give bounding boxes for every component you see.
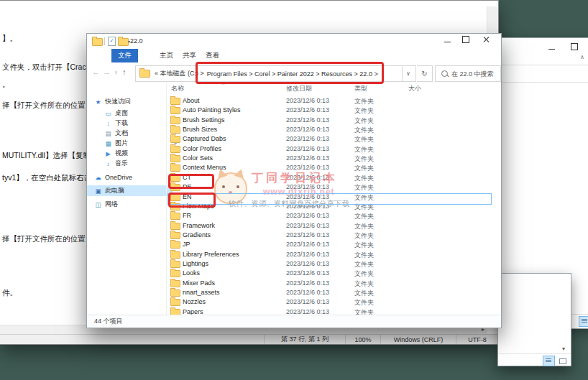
file-row-Color Profiles[interactable]: Color Profiles2023/12/6 0:13文件夹 <box>167 144 501 154</box>
file-row-Nozzles[interactable]: Nozzles2023/12/6 0:13文件夹 <box>167 297 501 307</box>
file-date: 2023/12/6 0:13 <box>286 269 329 277</box>
folder-icon <box>170 146 180 153</box>
folder-icon <box>170 126 180 134</box>
file-date: 2023/12/6 0:13 <box>286 183 329 190</box>
maximize-button[interactable] <box>458 34 474 45</box>
file-row-Color Sets[interactable]: Color Sets2023/12/6 0:13文件夹 <box>167 154 501 163</box>
folder-icon <box>170 164 180 172</box>
tab-file[interactable]: 文件 <box>111 49 138 62</box>
item-count: 44 个项目 <box>94 317 123 326</box>
explorer-status-bar: 44 个项目 <box>87 315 501 328</box>
pc-icon: ▣ <box>94 187 102 195</box>
file-name[interactable]: About <box>183 97 200 104</box>
file-row-About[interactable]: About2023/12/6 0:13文件夹 <box>167 96 501 106</box>
file-row-Mixer Pads[interactable]: Mixer Pads2023/12/6 0:13文件夹 <box>167 279 501 288</box>
file-name[interactable]: Looks <box>183 269 200 277</box>
column-header-date[interactable]: 修改日期 <box>286 84 312 93</box>
file-row-nnart_assets[interactable]: nnart_assets2023/12/6 0:13文件夹 <box>167 288 501 297</box>
file-name[interactable]: Captured Dabs <box>183 135 226 142</box>
tab-view[interactable]: 查看 <box>199 49 226 62</box>
file-type: 文件夹 <box>354 260 374 269</box>
file-row-DE[interactable]: DE2023/12/6 0:13文件夹 <box>167 182 501 192</box>
file-name[interactable]: Nozzles <box>183 298 206 305</box>
scroll-down-icon[interactable]: ▾ <box>562 346 565 352</box>
file-name[interactable]: Context Menus <box>183 164 226 171</box>
file-type: 文件夹 <box>354 154 374 164</box>
maximize-button[interactable] <box>566 42 582 52</box>
file-row-Library Preferences[interactable]: Library Preferences2023/12/6 0:13文件夹 <box>167 250 501 259</box>
file-row-FR[interactable]: FR2023/12/6 0:13文件夹 <box>167 211 501 221</box>
sidebar-item-label: 此电脑 <box>105 186 124 195</box>
folder-icon <box>170 280 180 287</box>
folder-icon <box>170 251 180 259</box>
file-date: 2023/12/6 0:13 <box>286 106 329 113</box>
details-view-button[interactable] <box>543 356 555 366</box>
file-name[interactable]: Mixer Pads <box>183 279 215 287</box>
up-icon[interactable]: ↑ <box>122 68 127 76</box>
file-row-CT[interactable]: CT2023/12/6 0:13文件夹 <box>167 173 501 182</box>
file-row-Looks[interactable]: Looks2023/12/6 0:13文件夹 <box>167 269 501 278</box>
recent-locations-icon[interactable]: ∨ <box>114 70 118 75</box>
sidebar-item-此电脑[interactable]: ▣此电脑 <box>87 185 173 196</box>
folder-icon <box>170 136 180 143</box>
folder-icon <box>170 98 180 105</box>
file-date: 2023/12/6 0:13 <box>286 298 329 305</box>
file-name[interactable]: nnart_assets <box>183 289 220 296</box>
file-name[interactable]: Library Preferences <box>183 251 239 258</box>
title-bar[interactable]: ✓ ▾ 22.0 <box>87 34 501 49</box>
folder-icon <box>139 70 150 78</box>
file-name[interactable]: FR <box>183 212 191 219</box>
minimize-button[interactable] <box>439 37 455 47</box>
background-explorer-window-2: ▾ <box>497 273 571 366</box>
file-name[interactable]: Color Sets <box>183 154 213 162</box>
folder-icon <box>170 261 180 268</box>
file-date: 2023/12/6 0:13 <box>286 135 329 142</box>
file-row-Auto Painting Styles[interactable]: Auto Painting Styles2023/12/6 0:13文件夹 <box>167 106 501 115</box>
file-name[interactable]: Framework <box>183 222 215 229</box>
sidebar-item-快速访问[interactable]: ★快速访问 <box>87 96 173 107</box>
minimize-button[interactable] <box>543 44 559 54</box>
file-name[interactable]: Lightings <box>183 260 208 267</box>
column-header-type[interactable]: 类型 <box>354 84 367 93</box>
refresh-icon[interactable]: ↻ <box>417 65 433 82</box>
search-input[interactable] <box>451 70 495 78</box>
file-row-Captured Dabs[interactable]: Captured Dabs2023/12/6 0:13文件夹 <box>167 134 501 144</box>
file-row-Context Menus[interactable]: Context Menus2023/12/6 0:13文件夹 <box>167 163 501 172</box>
notepad-text-line: 择【打开文件所在的位置】 <box>2 101 93 111</box>
search-icon <box>441 70 448 77</box>
file-row-Lightings[interactable]: Lightings2023/12/6 0:13文件夹 <box>167 259 501 269</box>
thumbnail-view-button[interactable] <box>556 356 569 366</box>
annotation-red-box-address <box>196 62 384 84</box>
sidebar-item-OneDrive[interactable]: ☁OneDrive <box>87 172 173 182</box>
file-row-Brush Sizes[interactable]: Brush Sizes2023/12/6 0:13文件夹 <box>167 125 501 134</box>
close-button[interactable] <box>478 34 494 44</box>
file-name[interactable]: Color Profiles <box>183 145 221 152</box>
file-row-Framework[interactable]: Framework2023/12/6 0:13文件夹 <box>167 221 501 231</box>
file-name[interactable]: Auto Painting Styles <box>183 106 241 113</box>
file-name[interactable]: Brush Settings <box>183 116 225 124</box>
file-name[interactable]: Brush Sizes <box>183 126 217 133</box>
annotation-red-box-en <box>168 193 216 208</box>
file-row-Gradients[interactable]: Gradients2023/12/6 0:13文件夹 <box>167 231 501 240</box>
new-folder-icon[interactable] <box>118 38 129 46</box>
file-date: 2023/12/6 0:13 <box>286 164 329 171</box>
properties-icon[interactable]: ✓ <box>108 37 116 46</box>
notepad-status-bar: 第 37 行, 第 1 列 100% Windows (CRLF) UTF-8 <box>0 334 498 344</box>
file-type: 文件夹 <box>354 222 374 231</box>
sidebar-item-网络[interactable]: ◫网络 <box>87 199 173 210</box>
column-header-name[interactable]: 名称 <box>171 84 184 93</box>
file-date: 2023/12/6 0:13 <box>286 116 329 124</box>
download-icon: ↓ <box>104 120 112 127</box>
ribbon-collapse-icon[interactable]: ∧ <box>580 54 584 60</box>
column-header-size[interactable]: 大小 <box>408 84 421 93</box>
back-icon[interactable]: ← <box>92 68 100 76</box>
file-row-JP[interactable]: JP2023/12/6 0:13文件夹 <box>167 240 501 249</box>
search-box[interactable] <box>435 65 501 82</box>
file-name[interactable]: JP <box>183 241 190 248</box>
address-dropdown-icon[interactable]: ∨ <box>401 65 416 82</box>
details-view-button[interactable] <box>579 316 588 327</box>
forward-icon[interactable]: → <box>103 68 111 76</box>
folder-icon <box>170 241 180 249</box>
file-row-Brush Settings[interactable]: Brush Settings2023/12/6 0:13文件夹 <box>167 116 501 125</box>
file-name[interactable]: Gradients <box>183 231 211 238</box>
